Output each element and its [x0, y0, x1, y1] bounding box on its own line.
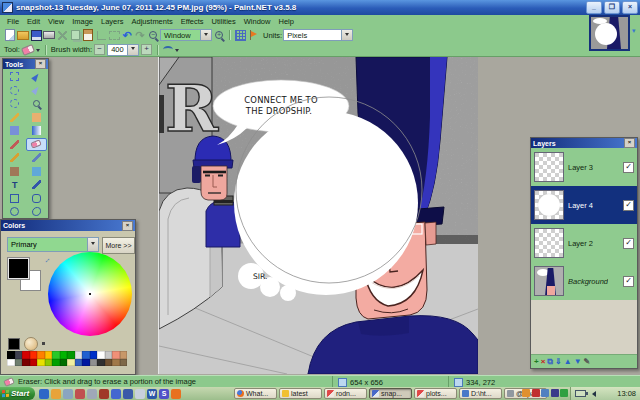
colors-window-titlebar[interactable]: Colors × — [1, 220, 135, 231]
palette-swatch[interactable] — [15, 351, 23, 359]
tool-paintbrush[interactable] — [4, 138, 26, 152]
pen-icon[interactable] — [75, 389, 85, 399]
layer-row-layer-3[interactable]: Layer 3✓ — [531, 148, 637, 186]
palette-swatch[interactable] — [90, 359, 98, 367]
combo-arrow-icon[interactable] — [200, 30, 211, 40]
internet-explorer-icon[interactable] — [39, 389, 49, 399]
palette-swatch[interactable] — [112, 351, 120, 359]
tool-ellipse[interactable] — [4, 205, 26, 219]
app-icon-2[interactable] — [111, 389, 121, 399]
units-select[interactable]: Pixels — [283, 29, 353, 41]
palette-swatch[interactable] — [82, 351, 90, 359]
close-icon[interactable]: × — [624, 138, 635, 148]
tool-ellipse-select[interactable] — [4, 97, 26, 111]
layer-row-background[interactable]: Background✓ — [531, 262, 637, 300]
tools-palette[interactable]: Tools × T — [2, 58, 49, 219]
word-icon[interactable]: W — [147, 389, 157, 399]
volume-icon[interactable] — [589, 391, 596, 397]
delete-layer-icon[interactable]: × — [541, 357, 546, 366]
palette-swatch[interactable] — [105, 351, 113, 359]
folder-icon[interactable] — [51, 389, 61, 399]
palette-swatch[interactable] — [97, 359, 105, 367]
layer-visibility-checkbox[interactable]: ✓ — [623, 162, 634, 173]
image-list-chevron-icon[interactable]: ▾ — [632, 27, 636, 35]
search-icon[interactable] — [135, 389, 145, 399]
palette-swatch[interactable] — [45, 351, 53, 359]
layer-properties-icon[interactable]: ✎ — [584, 357, 591, 366]
palette-swatch[interactable] — [112, 359, 120, 367]
undo-icon[interactable] — [121, 29, 133, 41]
tool-move-selection[interactable] — [26, 84, 48, 98]
task-button-4[interactable]: snap... — [369, 388, 412, 399]
menu-view[interactable]: View — [44, 17, 68, 26]
menu-adjustments[interactable]: Adjustments — [128, 17, 177, 26]
minimize-button[interactable]: _ — [586, 1, 602, 14]
palette-manager-icon[interactable] — [24, 337, 38, 351]
start-button[interactable]: Start — [0, 387, 35, 400]
tool-text[interactable]: T — [4, 178, 26, 192]
menu-image[interactable]: Image — [68, 17, 97, 26]
palette-swatch[interactable] — [60, 351, 68, 359]
paint-icon[interactable] — [99, 389, 109, 399]
sync-tray-icon[interactable] — [560, 389, 568, 397]
palette-swatch[interactable] — [22, 351, 30, 359]
display-icon[interactable] — [123, 389, 133, 399]
show-desktop-icon[interactable] — [63, 389, 73, 399]
open-icon[interactable] — [17, 29, 29, 41]
brush-width-decrease-button[interactable] — [94, 44, 105, 55]
move-layer-up-icon[interactable]: ▲ — [564, 357, 572, 366]
hand-tray-icon[interactable] — [522, 389, 530, 397]
close-button[interactable]: × — [622, 1, 638, 14]
update-tray-icon[interactable] — [541, 389, 549, 397]
eraser-tool-icon[interactable] — [21, 44, 35, 56]
tool-line-curve[interactable] — [26, 178, 48, 192]
combo-arrow-icon[interactable] — [127, 45, 138, 55]
palette-arrow-icon[interactable] — [42, 342, 45, 345]
move-layer-down-icon[interactable]: ▼ — [574, 357, 582, 366]
display-tray-icon[interactable] — [551, 389, 559, 397]
layer-visibility-checkbox[interactable]: ✓ — [623, 276, 634, 287]
firefox-icon[interactable] — [171, 389, 181, 399]
palette-swatch[interactable] — [22, 359, 30, 367]
task-button-5[interactable]: plots... — [414, 388, 457, 399]
recent-color-swatch[interactable] — [8, 338, 20, 350]
tool-rounded-rectangle[interactable] — [26, 192, 48, 206]
palette-swatch[interactable] — [67, 359, 75, 367]
swap-colors-icon[interactable]: ↔ — [41, 254, 52, 265]
battery-icon[interactable] — [575, 390, 586, 397]
palette-swatch[interactable] — [30, 359, 38, 367]
antivirus-tray-icon[interactable] — [532, 389, 540, 397]
tool-freeform-shape[interactable] — [26, 205, 48, 219]
palette-swatch[interactable] — [75, 351, 83, 359]
palette-swatch[interactable] — [75, 359, 83, 367]
tools-palette-titlebar[interactable]: Tools × — [3, 59, 48, 69]
primary-color-swatch[interactable] — [8, 258, 29, 279]
palette-swatch[interactable] — [52, 359, 60, 367]
palette-swatch[interactable] — [90, 351, 98, 359]
save-icon[interactable] — [30, 29, 42, 41]
combo-arrow-icon[interactable] — [87, 238, 98, 251]
palette-swatch[interactable] — [67, 351, 75, 359]
layer-row-layer-2[interactable]: Layer 2✓ — [531, 224, 637, 262]
tool-move-selected-pixels[interactable] — [26, 70, 48, 84]
color-mode-select[interactable]: Primary — [7, 237, 99, 252]
task-button-2[interactable]: latest — [279, 388, 322, 399]
task-button-3[interactable]: rodn... — [324, 388, 367, 399]
merge-down-icon[interactable]: ⇓ — [555, 357, 562, 366]
tool-color-picker[interactable] — [26, 151, 48, 165]
tool-gradient[interactable] — [26, 124, 48, 138]
close-icon[interactable]: × — [35, 59, 46, 69]
task-button-6[interactable]: D:\ht... — [459, 388, 502, 399]
antialiasing-icon[interactable] — [163, 46, 173, 53]
restore-button[interactable]: ❐ — [604, 1, 620, 14]
palette-swatch[interactable] — [82, 359, 90, 367]
colors-window[interactable]: Colors × Primary More >> ↔ — [0, 219, 136, 375]
palette-swatch[interactable] — [105, 359, 113, 367]
tool-clone-stamp[interactable] — [4, 165, 26, 179]
print-icon[interactable] — [43, 29, 55, 41]
image-list-thumbnail[interactable] — [589, 15, 630, 51]
tool-zoom[interactable] — [26, 97, 48, 111]
tool-lasso-select[interactable] — [4, 84, 26, 98]
layers-palette-titlebar[interactable]: Layers × — [531, 138, 637, 148]
palette-swatch[interactable] — [52, 351, 60, 359]
